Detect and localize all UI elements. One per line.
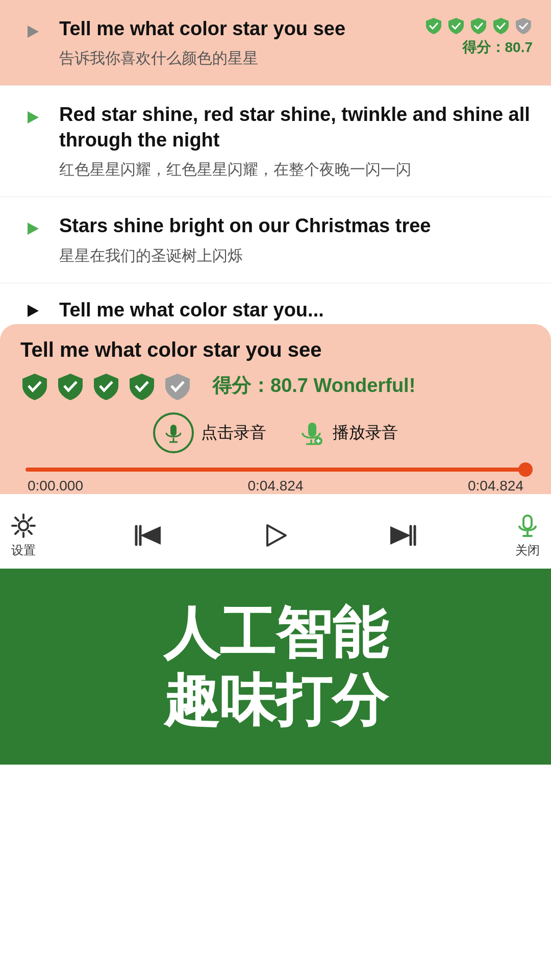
banner-line1: 人工智能 [163,599,388,667]
play-pause-icon [260,520,291,551]
time-mid: 0:04.824 [248,478,304,494]
progress-thumb [518,462,533,477]
panel-shields [20,372,192,400]
play-mic-icon [297,419,325,447]
lyric-row-2: Red star shine, red star shine, twinkle … [0,86,551,197]
svg-marker-17 [267,525,286,546]
lyric-row-partial: Tell me what color star you... [0,283,551,324]
svg-marker-0 [28,26,39,38]
progress-fill [26,468,525,472]
panel-shield-2 [56,372,85,400]
svg-marker-3 [28,305,39,317]
svg-point-13 [19,521,28,530]
close-button[interactable]: 关闭 [514,512,541,558]
panel-shield-5 [163,372,192,400]
progress-bar[interactable] [26,468,525,472]
skip-back-icon [133,522,164,549]
banner-line2: 趣味打分 [163,667,388,734]
svg-marker-15 [140,526,161,545]
mic-circle [153,412,194,453]
score-text-1: 得分：80.7 [462,38,533,57]
panel-shield-1 [20,372,49,400]
settings-icon [10,512,37,539]
settings-button[interactable]: 设置 [10,512,37,558]
lyric-content-2: Red star shine, red star shine, twinkle … [59,102,533,180]
mic-icon [162,422,185,444]
time-end: 0:04.824 [468,478,523,494]
lyric-en-3: Stars shine bright on our Christmas tree [59,213,533,238]
progress-area: 0:00.000 0:04.824 0:04.824 [20,468,531,494]
panel-score: 得分：80.7 Wonderful! [212,373,415,399]
skip-back-button[interactable] [133,522,164,549]
lyric-zh-3: 星星在我们的圣诞树上闪烁 [59,245,533,266]
svg-rect-21 [523,516,532,529]
svg-rect-4 [170,425,177,436]
svg-marker-1 [28,111,39,124]
play-btn-1[interactable] [18,18,45,45]
panel-buttons: 点击录音 播放录音 [20,412,531,453]
svg-rect-7 [308,423,316,437]
shield-filled-3 [469,16,488,35]
play-pause-button[interactable] [260,520,291,551]
lyric-content-1: Tell me what color star you see 告诉我你喜欢什么… [59,16,416,69]
lyric-content-3: Stars shine bright on our Christmas tree… [59,213,533,266]
play-record-button[interactable]: 播放录音 [297,412,398,453]
panel-shield-3 [92,372,120,400]
lyric-en-1: Tell me what color star you see [59,16,416,41]
bottom-panel: Tell me what color star you see [0,324,551,494]
shield-filled-2 [447,16,465,35]
shield-empty-1 [514,16,533,35]
panel-shield-4 [128,372,156,400]
lyric-row-3: Stars shine bright on our Christmas tree… [0,197,551,283]
record-label: 点击录音 [201,422,266,444]
lyric-en-partial: Tell me what color star you... [59,298,324,323]
time-row: 0:00.000 0:04.824 0:04.824 [26,478,525,494]
shield-filled-4 [492,16,510,35]
play-record-label: 播放录音 [333,422,398,444]
lyric-en-2: Red star shine, red star shine, twinkle … [59,102,533,153]
close-label: 关闭 [515,542,540,558]
svg-marker-2 [28,223,39,235]
lyric-row-1: Tell me what color star you see 告诉我你喜欢什么… [0,0,551,86]
skip-forward-button[interactable] [387,522,418,549]
close-mic-icon [514,512,541,539]
lyric-zh-2: 红色星星闪耀，红色星星闪耀，在整个夜晚一闪一闪 [59,159,533,180]
time-start: 0:00.000 [28,478,83,494]
banner-text: 人工智能 趣味打分 [163,599,388,734]
shields-row-1 [424,16,533,35]
skip-forward-icon [387,522,418,549]
panel-title: Tell me what color star you see [20,338,531,361]
svg-marker-19 [390,526,411,545]
green-banner: 人工智能 趣味打分 [0,569,551,765]
play-btn-partial[interactable] [18,298,45,324]
transport-row: 设置 关闭 [0,504,551,569]
lyric-zh-1: 告诉我你喜欢什么颜色的星星 [59,47,416,69]
score-area-1: 得分：80.7 [424,16,533,57]
shield-filled-1 [424,16,443,35]
play-btn-2[interactable] [18,104,45,131]
play-btn-3[interactable] [18,215,45,242]
record-button[interactable]: 点击录音 [153,412,266,453]
settings-label: 设置 [11,542,36,558]
panel-shields-row: 得分：80.7 Wonderful! [20,372,531,400]
